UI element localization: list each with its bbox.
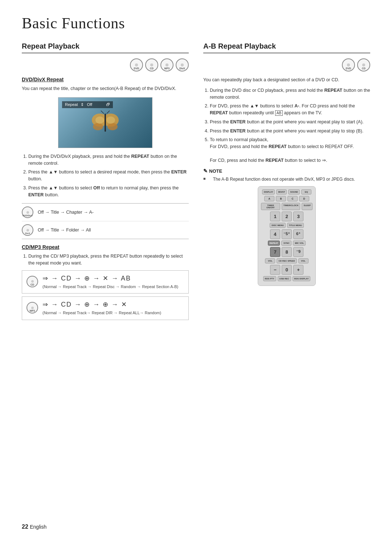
right-section-title: A-B Repeat Playback (203, 42, 370, 53)
divx-disc-label2: DivX (25, 232, 30, 234)
mp3-label: MP3 (164, 67, 170, 70)
svg-line-8 (107, 111, 110, 114)
left-column: Repeat Playback DVD CD MP3 DivX DVD/DivX… (22, 42, 189, 323)
remote-a-btn: A (264, 196, 274, 201)
cd-icon: CD (145, 58, 158, 71)
divx-icon: DivX (176, 58, 189, 71)
cd-seq-disc-label: CD (30, 283, 34, 286)
dvd-step-2: Press the ▲▼ buttons to select a desired… (28, 169, 189, 183)
screen-overlay: Repeat ⇕ Off 🗗 (62, 101, 113, 108)
remote-rds-display-btn: RDS DISPLAY (293, 276, 311, 281)
svg-point-3 (107, 123, 118, 130)
remote-row-menu: DISC MENU TITLE MENU (261, 223, 313, 228)
remote-2-btn: 2 (282, 212, 292, 221)
remote-6-btn: 6⁺ (293, 229, 303, 239)
cd-seq-label: (Normal → Repeat Track → Repeat Disc → R… (42, 284, 178, 289)
remote-row-1: DISPLAY MO/ST SOUND EQ (261, 189, 313, 194)
note-item-1: ■ The A-B Repeat function does not opera… (203, 176, 370, 183)
remote-row-456: 4 ⁻5⁺ 6⁺ (261, 229, 313, 239)
remote-eq-btn: EQ (301, 189, 311, 194)
dvd-divx-disc-label: DVD/DivX (23, 214, 33, 217)
screen-repeat-label: Repeat (65, 102, 78, 107)
repeat-row-dvd: DVD/DivX Off → Title → Chapter → A- (22, 204, 189, 221)
remote-8-btn: 8 (282, 247, 292, 257)
remote-row-123: 1 2 3 (261, 212, 313, 221)
right-dvd-icon: DVD (342, 58, 355, 71)
dvd-divx-disc-icon: DVD/DivX (22, 206, 33, 218)
right-disc-icons-row: DVD CD (203, 58, 370, 71)
remote-vol-minus-btn: VOL (265, 258, 275, 263)
remote-5-btn: ⁻5⁺ (282, 229, 292, 239)
remote-timer-on-btn: TIMER ON/OFF (261, 203, 280, 210)
page-lang-label: English (30, 524, 46, 530)
ab-step-1: During the DVD disc or CD playback, pres… (210, 87, 370, 101)
cd-mp3-step-1: During the CD/ MP3 playback, press the R… (28, 253, 189, 267)
remote-title-menu-btn: TITLE MENU (287, 223, 304, 228)
svg-rect-6 (105, 114, 106, 132)
remote-rds-pty-btn: RDS PTY (263, 276, 276, 281)
note-section: ✎ NOTE ■ The A-B Repeat function does no… (203, 168, 370, 183)
remote-row-789: 7 8 ⁻9 (261, 247, 313, 257)
page-number-area: 22 English (22, 524, 46, 530)
cd-mp3-title: CD/MP3 Repeat (22, 244, 189, 250)
remote-4-btn: 4 (270, 229, 280, 239)
remote-row-0: − 0 + (261, 265, 313, 275)
svg-point-5 (106, 116, 115, 124)
remote-row-timer: TIMER ON/OFF TIMER/CLOCK SLEEP (261, 203, 313, 210)
dvd-icon: DVD (130, 58, 143, 71)
svg-line-7 (101, 111, 104, 114)
dvd-step-1: During the DVD/DivX playback, press and … (28, 153, 189, 167)
cd-seq-content: ⇒ → CD → ⊕ → ✕ → AB (Normal → Repeat Tra… (42, 274, 178, 290)
mp3-arrow-seq: ⇒ → CD → ⊕ → ⊕ → ✕ (42, 300, 161, 308)
note-icon: ✎ (203, 168, 208, 174)
remote-sound-btn: SOUND (288, 189, 300, 194)
page-number: 22 (22, 524, 28, 530)
cd-arrow-seq: ⇒ → CD → ⊕ → ✕ → AB (42, 274, 178, 282)
divx-disc-icon: DivX (22, 224, 33, 236)
remote-d-btn: D (299, 196, 309, 201)
butterfly-image (91, 110, 120, 135)
repeat-row-divx: DivX Off → Title → Folder → All (22, 221, 189, 239)
remote-control: DISPLAY MO/ST SOUND EQ A B C D TIMER ON/… (258, 186, 316, 286)
main-content: Repeat Playback DVD CD MP3 DivX DVD/DivX… (22, 42, 370, 323)
note-title: ✎ NOTE (203, 168, 370, 174)
divx-label: DivX (179, 67, 185, 70)
remote-sync-btn: SYNC (281, 241, 291, 246)
dvd-label: DVD (134, 67, 139, 70)
remote-repeat-btn: REPEAT (268, 241, 280, 246)
cd-mp3-steps: During the CD/ MP3 playback, press the R… (28, 253, 189, 267)
note-bullet: ■ (203, 176, 206, 183)
dvd-repeat-sequence: Off → Title → Chapter → A- (38, 210, 94, 215)
note-label: NOTE (209, 168, 222, 174)
remote-row-vol: VOL CD REC SPEED VOL (261, 258, 313, 263)
remote-9-btn: ⁻9 (293, 247, 303, 257)
left-section-title: Repeat Playback (22, 42, 189, 53)
page-title: Basic Functions (22, 15, 370, 32)
mp3-seq-disc-label: MP3 (30, 310, 35, 312)
ab-step-2: For DVD, press the ▲▼ buttons to select … (210, 103, 370, 116)
ab-step-3: Press the ENTER button at the point wher… (210, 119, 370, 126)
remote-row-rds: RDS PTY USB REC RDS DISPLAY (261, 276, 313, 281)
mp3-seq-disc-icon: MP3 (26, 302, 38, 313)
divx-repeat-sequence: Off → Title → Folder → All (38, 228, 91, 233)
right-column: A-B Repeat Playback DVD CD You can repea… (203, 42, 370, 323)
mp3-seq-block: MP3 ⇒ → CD → ⊕ → ⊕ → ✕ (Normal → Repeat … (22, 296, 189, 320)
cd-seq-block: CD ⇒ → CD → ⊕ → ✕ → AB (Normal → Repeat … (22, 270, 189, 294)
remote-plus-btn: + (293, 265, 303, 275)
ab-step-5: To return to normal playback,For DVD, pr… (210, 136, 370, 164)
remote-b-btn: B (276, 196, 286, 201)
remote-c-btn: C (287, 196, 298, 201)
remote-cd-rec-btn: CD REC SPEED (277, 258, 297, 263)
dvd-steps-list: During the DVD/DivX playback, press and … (28, 153, 189, 198)
remote-3-btn: 3 (293, 212, 303, 221)
remote-1-btn: 1 (270, 212, 280, 221)
right-cd-label: CD (362, 67, 366, 70)
right-cd-icon: CD (357, 58, 370, 71)
ab-step-4: Press the ENTER button at the point wher… (210, 128, 370, 135)
cd-seq-disc-icon: CD (26, 276, 38, 287)
remote-minus-btn: − (270, 265, 280, 275)
dvd-step-3: Press the ▲▼ buttons to select Off to re… (28, 185, 189, 198)
cd-mp3-section: CD/MP3 Repeat During the CD/ MP3 playbac… (22, 244, 189, 320)
cd-label: CD (150, 67, 154, 70)
remote-most-btn: MO/ST (276, 189, 287, 194)
